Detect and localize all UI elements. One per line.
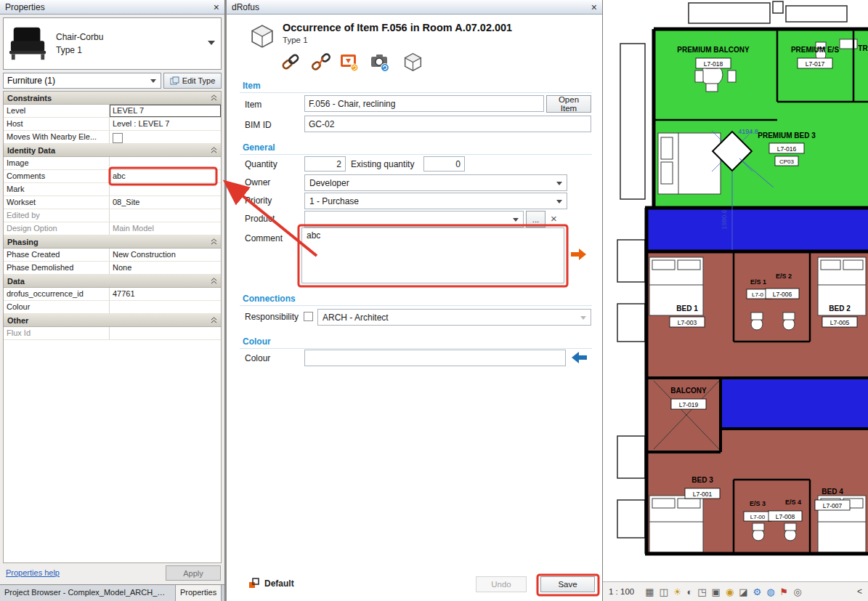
collapse-icon[interactable] bbox=[211, 238, 217, 245]
owner-label: Owner bbox=[245, 177, 270, 187]
reveal-hidden-icon[interactable]: ◉ bbox=[726, 587, 734, 597]
room-label-truncated: TR bbox=[858, 44, 868, 52]
prop-row-image: Image bbox=[4, 157, 221, 170]
bim-id-input[interactable] bbox=[304, 116, 591, 132]
view-scale-control[interactable]: 1 : 100 bbox=[609, 587, 634, 596]
room-label: BED 2 bbox=[829, 304, 851, 312]
prop-row-mark: Mark bbox=[4, 183, 221, 196]
bim-id-label: BIM ID bbox=[245, 120, 272, 130]
section-identity-data[interactable]: Identity Data bbox=[4, 144, 221, 157]
unlink-icon[interactable] bbox=[311, 52, 331, 72]
item-input[interactable] bbox=[304, 95, 544, 112]
item-cube-icon[interactable] bbox=[402, 52, 423, 72]
product-select[interactable] bbox=[304, 211, 524, 227]
chevron-down-icon[interactable] bbox=[208, 41, 215, 45]
prop-row-phase-demolished: Phase Demolished None bbox=[4, 262, 221, 275]
crop-region-icon[interactable]: ◳ bbox=[697, 587, 706, 597]
section-phasing[interactable]: Phasing bbox=[4, 235, 221, 249]
category-filter-select[interactable]: Furniture (1) bbox=[3, 73, 161, 89]
section-other[interactable]: Other bbox=[4, 314, 221, 327]
link-icon[interactable] bbox=[280, 52, 301, 72]
push-to-revit-arrow-icon[interactable] bbox=[569, 248, 587, 264]
detail-level-icon[interactable]: ▦ bbox=[645, 587, 654, 597]
prop-value[interactable]: None bbox=[110, 262, 221, 274]
prop-value[interactable]: New Construction bbox=[110, 249, 221, 261]
floor-plan-view[interactable]: 4194.8 1980.6 PREMIUM BALCONY L7-018 PRE… bbox=[603, 0, 868, 581]
connections-section-title: Connections bbox=[243, 294, 296, 304]
camera-refresh-icon[interactable] bbox=[369, 52, 389, 72]
worksharing-display-icon[interactable]: ⚙ bbox=[753, 587, 762, 597]
drofus-titlebar[interactable]: dRofus × bbox=[227, 0, 602, 15]
pull-from-revit-arrow-icon[interactable] bbox=[571, 351, 588, 367]
responsibility-checkbox[interactable] bbox=[304, 312, 313, 321]
collapse-icon[interactable] bbox=[211, 317, 217, 323]
open-item-button[interactable]: Open Item bbox=[546, 95, 591, 113]
prop-value[interactable] bbox=[110, 157, 221, 169]
chevron-down-icon bbox=[556, 200, 562, 203]
show-crop-icon[interactable]: ▣ bbox=[712, 587, 721, 597]
section-data[interactable]: Data bbox=[4, 275, 221, 288]
collapse-icon[interactable] bbox=[211, 278, 217, 284]
shadows-icon[interactable]: ◐ bbox=[686, 587, 692, 597]
owner-select[interactable]: Developer bbox=[304, 174, 567, 191]
room-tag: L7-003 bbox=[678, 319, 697, 326]
drofus-sync-panel-icon[interactable] bbox=[338, 52, 359, 72]
room-label: E/S 4 bbox=[785, 499, 801, 506]
revit-workspace: Properties × Chair-Corbu Type 1 F bbox=[0, 0, 868, 601]
prop-value[interactable]: 08_Site bbox=[110, 196, 221, 209]
colour-label: Colour bbox=[245, 353, 270, 363]
filter-icon[interactable]: ◍ bbox=[766, 587, 774, 597]
prop-row-comments: Comments abc bbox=[4, 170, 221, 183]
divider bbox=[240, 305, 592, 306]
sun-path-icon[interactable]: ☀ bbox=[673, 587, 682, 597]
owner-value: Developer bbox=[309, 178, 349, 188]
tab-properties[interactable]: Properties bbox=[176, 585, 222, 601]
default-settings-control[interactable]: Default bbox=[248, 578, 294, 589]
editable-only-icon[interactable]: ⚑ bbox=[780, 587, 789, 597]
checkbox[interactable] bbox=[113, 133, 123, 143]
type-selector[interactable]: Chair-Corbu Type 1 bbox=[3, 17, 222, 70]
tab-project-browser[interactable]: Project Browser - Complex_Model_ARCH_Wi.… bbox=[0, 585, 176, 601]
occurrence-subheading: Type 1 bbox=[283, 36, 512, 44]
prop-value-comments[interactable]: abc bbox=[110, 170, 221, 182]
properties-titlebar[interactable]: Properties × bbox=[0, 0, 224, 15]
prop-value[interactable]: Level : LEVEL 7 bbox=[110, 118, 221, 130]
close-icon[interactable]: × bbox=[214, 2, 219, 12]
comment-textarea[interactable]: abc bbox=[301, 227, 564, 283]
clear-product-icon[interactable]: × bbox=[551, 213, 557, 224]
temporary-view-icon[interactable]: ◪ bbox=[739, 587, 747, 597]
edit-type-button[interactable]: Edit Type bbox=[163, 73, 222, 89]
prop-value[interactable] bbox=[110, 301, 221, 313]
properties-help-link[interactable]: Properties help bbox=[6, 568, 60, 577]
product-browse-button[interactable]: ... bbox=[526, 211, 545, 227]
collapse-icon[interactable] bbox=[211, 147, 217, 153]
responsibility-select[interactable]: ARCH - Architect bbox=[317, 309, 591, 326]
undo-button[interactable]: Undo bbox=[476, 576, 527, 592]
quantity-input[interactable] bbox=[304, 156, 346, 172]
prop-value[interactable]: 47761 bbox=[110, 288, 221, 300]
priority-label: Priority bbox=[245, 195, 272, 206]
save-button[interactable]: Save bbox=[540, 576, 595, 592]
prop-value[interactable]: LEVEL 7 bbox=[110, 105, 221, 117]
priority-value: 1 - Purchase bbox=[309, 196, 359, 206]
existing-quantity-input[interactable] bbox=[423, 156, 465, 172]
close-icon[interactable]: × bbox=[591, 2, 597, 12]
colour-input[interactable] bbox=[304, 350, 566, 366]
prop-value[interactable] bbox=[110, 183, 221, 195]
room-label: PREMIUM BALCONY bbox=[677, 46, 750, 54]
scroll-left-arrow[interactable]: < bbox=[857, 586, 862, 597]
edit-type-label: Edit Type bbox=[182, 76, 216, 85]
collapse-icon[interactable] bbox=[211, 94, 217, 101]
select-options-icon[interactable]: ◎ bbox=[793, 587, 801, 597]
priority-select[interactable]: 1 - Purchase bbox=[304, 193, 567, 209]
visual-style-icon[interactable]: ◫ bbox=[659, 587, 668, 597]
room-tag: L7-001 bbox=[693, 491, 713, 498]
section-constraints[interactable]: Constraints bbox=[4, 92, 221, 105]
prop-label: Workset bbox=[4, 196, 110, 209]
dimension-label: 1980.6 bbox=[721, 209, 728, 230]
responsibility-value: ARCH - Architect bbox=[323, 312, 389, 323]
room-tag: L7-007 bbox=[823, 502, 843, 509]
apply-button[interactable]: Apply bbox=[166, 565, 221, 581]
dock-tabs: Project Browser - Complex_Model_ARCH_Wi.… bbox=[0, 584, 224, 601]
prop-label: Moves With Nearby Ele... bbox=[4, 131, 110, 143]
